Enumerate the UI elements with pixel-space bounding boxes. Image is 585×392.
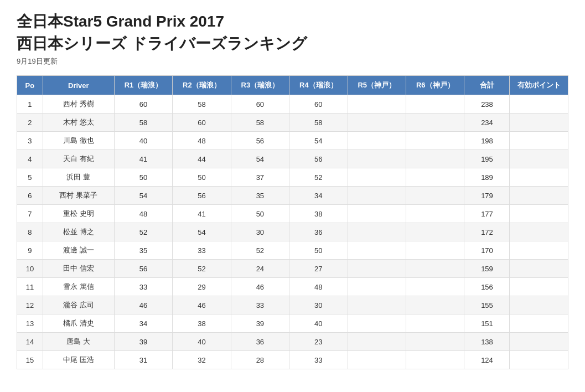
- cell-r5: [348, 241, 406, 260]
- cell-r3: 37: [231, 168, 289, 187]
- cell-r1: 50: [114, 168, 172, 187]
- table-row: 5浜田 豊50503752189: [17, 168, 568, 187]
- cell-r2: 58: [173, 95, 231, 114]
- cell-r6: [406, 314, 464, 333]
- cell-r6: [406, 333, 464, 351]
- cell-driver: 天白 有紀: [43, 150, 114, 168]
- cell-total: 238: [464, 95, 510, 114]
- cell-valid: [510, 241, 568, 260]
- title-line1: 全日本Star5 Grand Prix 2017: [17, 11, 568, 32]
- cell-po: 3: [17, 132, 43, 150]
- cell-r4: 52: [289, 168, 348, 187]
- cell-r2: 38: [173, 314, 231, 333]
- cell-r4: 34: [289, 187, 348, 205]
- cell-r3: 33: [231, 296, 289, 314]
- cell-r5: [348, 351, 406, 369]
- cell-r5: [348, 187, 406, 205]
- cell-total: 155: [464, 296, 510, 314]
- table-row: 9渡邊 誠一35335250170: [17, 241, 568, 260]
- header-r3: R3（瑞浪）: [231, 76, 289, 95]
- cell-r1: 60: [114, 95, 172, 114]
- cell-total: 170: [464, 241, 510, 260]
- cell-r1: 39: [114, 333, 172, 351]
- cell-total: 156: [464, 278, 510, 296]
- cell-total: 177: [464, 205, 510, 223]
- cell-r2: 60: [173, 114, 231, 132]
- cell-r1: 34: [114, 314, 172, 333]
- cell-valid: [510, 132, 568, 150]
- cell-driver: 木村 悠太: [43, 114, 114, 132]
- header-po: Po: [17, 76, 43, 95]
- cell-r3: 56: [231, 132, 289, 150]
- cell-valid: [510, 260, 568, 278]
- table-row: 10田中 信宏56522427159: [17, 260, 568, 278]
- table-row: 7重松 史明48415038177: [17, 205, 568, 223]
- cell-total: 172: [464, 223, 510, 241]
- cell-po: 13: [17, 314, 43, 333]
- cell-valid: [510, 223, 568, 241]
- cell-valid: [510, 95, 568, 114]
- cell-valid: [510, 150, 568, 168]
- cell-total: 138: [464, 333, 510, 351]
- cell-valid: [510, 351, 568, 369]
- title-line2: 西日本シリーズ ドライバーズランキング: [17, 33, 568, 54]
- cell-po: 7: [17, 205, 43, 223]
- cell-total: 195: [464, 150, 510, 168]
- cell-r6: [406, 241, 464, 260]
- cell-r1: 40: [114, 132, 172, 150]
- cell-r3: 54: [231, 150, 289, 168]
- cell-r3: 30: [231, 223, 289, 241]
- cell-po: 12: [17, 296, 43, 314]
- header-r1: R1（瑞浪）: [114, 76, 172, 95]
- header-r5: R5（神戸）: [348, 76, 406, 95]
- cell-total: 234: [464, 114, 510, 132]
- cell-total: 151: [464, 314, 510, 333]
- cell-r1: 52: [114, 223, 172, 241]
- cell-r6: [406, 278, 464, 296]
- cell-r5: [348, 205, 406, 223]
- cell-driver: 渡邊 誠一: [43, 241, 114, 260]
- cell-total: 189: [464, 168, 510, 187]
- cell-po: 15: [17, 351, 43, 369]
- header-driver: Driver: [43, 76, 114, 95]
- cell-driver: 瀧谷 広司: [43, 296, 114, 314]
- cell-r3: 28: [231, 351, 289, 369]
- header-r4: R4（瑞浪）: [289, 76, 348, 95]
- cell-r6: [406, 260, 464, 278]
- cell-valid: [510, 333, 568, 351]
- cell-r3: 35: [231, 187, 289, 205]
- cell-r6: [406, 223, 464, 241]
- cell-r5: [348, 132, 406, 150]
- cell-r3: 36: [231, 333, 289, 351]
- cell-valid: [510, 205, 568, 223]
- cell-po: 11: [17, 278, 43, 296]
- cell-r6: [406, 296, 464, 314]
- cell-r4: 30: [289, 296, 348, 314]
- cell-r4: 48: [289, 278, 348, 296]
- cell-valid: [510, 187, 568, 205]
- cell-valid: [510, 314, 568, 333]
- cell-r6: [406, 150, 464, 168]
- cell-r5: [348, 333, 406, 351]
- table-row: 15中尾 匡浩31322833124: [17, 351, 568, 369]
- table-row: 8松並 博之52543036172: [17, 223, 568, 241]
- rankings-table: Po Driver R1（瑞浪） R2（瑞浪） R3（瑞浪） R4（瑞浪） R5…: [17, 75, 568, 369]
- cell-r2: 46: [173, 296, 231, 314]
- cell-driver: 浜田 豊: [43, 168, 114, 187]
- cell-r2: 32: [173, 351, 231, 369]
- cell-valid: [510, 278, 568, 296]
- cell-r5: [348, 114, 406, 132]
- cell-po: 8: [17, 223, 43, 241]
- cell-r6: [406, 95, 464, 114]
- cell-r5: [348, 278, 406, 296]
- table-row: 14唐島 大39403623138: [17, 333, 568, 351]
- table-row: 12瀧谷 広司46463330155: [17, 296, 568, 314]
- cell-r5: [348, 260, 406, 278]
- cell-r3: 50: [231, 205, 289, 223]
- cell-driver: 唐島 大: [43, 333, 114, 351]
- cell-r2: 54: [173, 223, 231, 241]
- cell-total: 179: [464, 187, 510, 205]
- cell-r1: 48: [114, 205, 172, 223]
- cell-r5: [348, 168, 406, 187]
- cell-r3: 60: [231, 95, 289, 114]
